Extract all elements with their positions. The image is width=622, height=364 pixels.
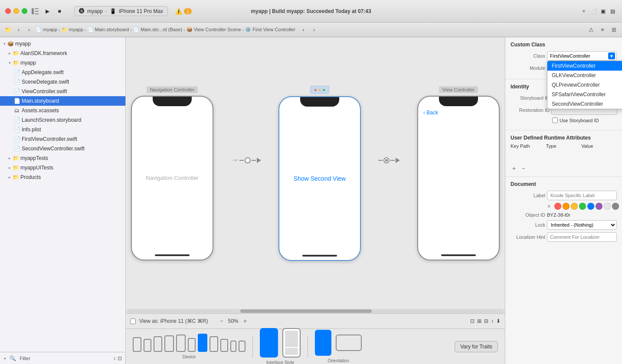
play-button[interactable]: ▶ [43,7,52,16]
device-size-6[interactable] [188,338,196,352]
breadcrumb-firstvc[interactable]: ⚙️ First View Controller [245,27,295,32]
nav-back-button[interactable]: ‹ [14,25,23,35]
panel-button[interactable]: ▣ [599,7,607,16]
close-button[interactable] [5,8,11,14]
breadcrumb-base[interactable]: 📄 Main.sto...rd (Base) [133,27,182,32]
breadcrumb-myapp[interactable]: 📄 myapp [36,27,57,32]
sidebar-item-myapp-group[interactable]: ▾ 📁 myapp [0,58,125,68]
device-size-8[interactable] [210,336,218,352]
sidebar-options-button[interactable]: ⊡ [118,355,122,361]
folder-icon[interactable]: 📁 [3,25,13,35]
sidebar-item-firstvc[interactable]: 📄 FirstViewController.swift [0,134,125,144]
layout-icon[interactable]: ⊞ [477,318,481,324]
device-size-9[interactable] [220,339,228,352]
add-button[interactable]: ＋ [579,7,588,16]
sidebar-item-scenedelegate[interactable]: 📄 SceneDelegate.swift [0,77,125,87]
sidebar-item-appdelegate[interactable]: 📄 AppDelegate.swift [0,68,125,77]
sidebar-item-infoplist[interactable]: 📄 Info.plist [0,125,125,134]
maximize-button[interactable] [22,8,27,14]
device-size-selected[interactable] [198,334,207,352]
sidebar-toggle-button[interactable] [31,7,39,16]
dropdown-item-glkvc[interactable]: GLKViewController [547,71,622,80]
list-view-button[interactable]: ≡ [598,25,607,35]
localizer-hint-input[interactable] [547,232,617,242]
storyboard-id-label: Storyboard ID [511,95,550,101]
layout-icon3[interactable]: ↕ [491,318,494,324]
label-input[interactable] [547,191,617,200]
horizontal-scrollbar[interactable] [128,309,503,313]
view-as-checkbox[interactable] [130,318,136,324]
filter-input[interactable]: Filter [20,356,30,361]
first-vc-phone[interactable]: Show Second View [278,96,361,261]
color-chip-gray[interactable] [612,203,619,210]
device-size-10[interactable] [230,341,236,352]
show-second-view-button[interactable]: Show Second View [294,175,346,182]
color-chip-green[interactable] [579,203,586,210]
sidebar-item-launchscreen[interactable]: 📄 LaunchScreen.storyboard [0,115,125,125]
minimize-button[interactable] [13,8,19,14]
sidebar-item-myappuitests[interactable]: ▸ 📁 myappUITests [0,163,125,172]
inspector-button[interactable]: ▤ [608,7,617,16]
sidebar-item-myapptests[interactable]: ▸ 📁 myappTests [0,153,125,163]
stop-button[interactable]: ■ [55,7,64,16]
color-chip-blue[interactable] [587,203,594,210]
sidebar-item-secondvc[interactable]: 📄 SecondViewController.swift [0,144,125,153]
color-chip-light[interactable] [604,203,611,210]
color-chip-purple[interactable] [596,203,602,210]
color-clear-button[interactable]: ✕ [547,203,551,209]
scrollbar-thumb[interactable] [240,309,372,313]
device-size-4[interactable] [164,335,174,352]
zoom-plus[interactable]: ＋ [242,317,248,325]
nav-controller-phone[interactable]: Navigation Controller [131,96,213,260]
split-view-button[interactable]: ⬜ [589,7,598,16]
breadcrumb-vcscene[interactable]: 📦 View Controller Scene [187,27,241,32]
device-selector[interactable]: 🅐 myapp › 📱 iPhone 11 Pro Max [74,6,168,16]
back-button[interactable]: ‹ Back [423,110,438,116]
grid-view-button[interactable]: ⊞ [609,25,619,35]
breadcrumb-mainstoryboard[interactable]: 📄 Main.storyboard [88,27,129,32]
device-size-11[interactable] [239,341,246,352]
dropdown-item-qlpreview[interactable]: QLPreviewController [547,80,622,90]
class-dropdown-arrow[interactable]: ▼ [608,52,615,59]
class-input[interactable] [547,51,617,61]
dropdown-item-sfsafari[interactable]: SFSafariViewController [547,90,622,99]
add-file-button[interactable]: + [3,356,6,361]
breadcrumb-nav-left[interactable]: ‹ [298,25,308,35]
breadcrumb-myapp2[interactable]: 📁 myapp [62,27,83,32]
nav-forward-button[interactable]: › [24,25,34,35]
use-storyboard-id-checkbox[interactable] [552,117,558,123]
second-vc-phone[interactable]: ‹ Back [417,96,500,260]
sidebar-item-mainstoryboard[interactable]: 📄 Main.storyboard [0,96,125,106]
device-size-3[interactable] [154,336,162,352]
device-size-2[interactable] [144,339,151,352]
breadcrumb-nav-right[interactable]: › [309,25,319,35]
runtime-remove-button[interactable]: － [520,165,527,172]
orientation-landscape[interactable] [336,335,362,351]
sidebar-sort-button[interactable]: ↕ [113,355,116,361]
sidebar-item-alansdk[interactable]: ▸ 📁 AlanSDK.framework [0,49,125,58]
color-chip-orange[interactable] [563,203,570,210]
warning-icon[interactable]: ⚠ [586,25,596,35]
device-size-1[interactable] [133,337,141,352]
lock-select[interactable]: Inherited - (Nothing) [547,220,617,230]
dropdown-item-secondvc[interactable]: SecondViewController [547,99,622,109]
zoom-minus[interactable]: － [219,317,225,325]
interface-dark-mode[interactable] [282,328,301,358]
interface-light-mode[interactable] [260,328,278,358]
device-size-5[interactable] [176,335,186,352]
sidebar-item-products[interactable]: ▸ 📁 Products [0,172,125,182]
orientation-portrait[interactable] [315,330,331,356]
runtime-add-button[interactable]: ＋ [511,165,517,172]
storyboard-canvas-area[interactable]: Navigation Controller Navigation Control… [126,37,505,309]
export-icon[interactable]: ⬇ [496,318,501,324]
color-chip-red[interactable] [554,203,561,210]
sidebar-item-myapp-root[interactable]: ▾ 📦 myapp [0,39,125,49]
vary-for-traits-button[interactable]: Vary for Traits [455,341,498,352]
sidebar-item-assets[interactable]: 🗂 Assets.xcassets [0,106,125,115]
sidebar-item-viewcontroller[interactable]: 📄 ViewController.swift [0,87,125,96]
fit-screen-icon[interactable]: ⊡ [470,318,475,324]
color-chip-yellow[interactable] [571,203,578,210]
dropdown-item-firstvc[interactable]: FirstViewController [547,61,622,71]
layout-icon2[interactable]: ⊟ [484,318,488,324]
warning-badge[interactable]: 1 [184,8,192,14]
